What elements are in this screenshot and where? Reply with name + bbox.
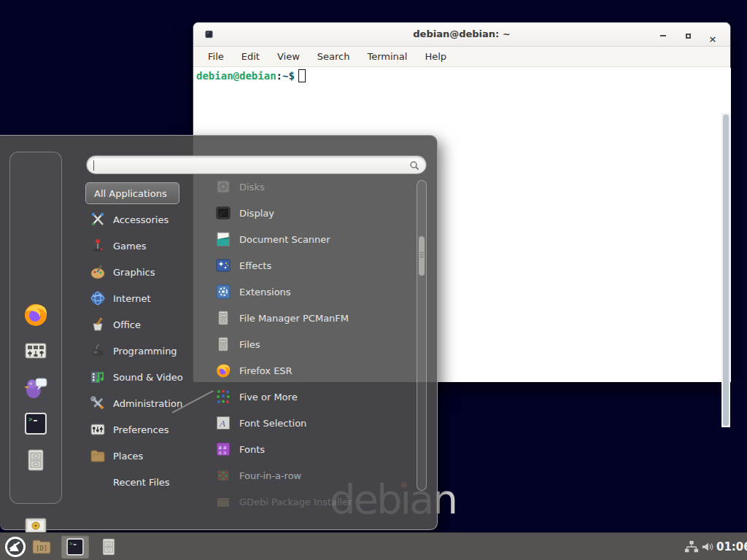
svg-text:A: A [219, 418, 225, 429]
favorite-firefox-button[interactable] [13, 298, 58, 330]
prompt-user-host: debian@debian [196, 70, 276, 82]
menu-search-box [86, 155, 427, 174]
application-list: Disks Display Document Scanner Effects E… [212, 174, 410, 515]
app-display[interactable]: Display [212, 200, 410, 226]
programming-icon [90, 343, 106, 359]
category-preferences[interactable]: Preferences [85, 416, 211, 443]
app-five-or-more[interactable]: Five or More [212, 384, 410, 410]
clock[interactable]: 01:06 [716, 540, 747, 553]
category-places[interactable]: Places [85, 443, 211, 469]
extensions-gear-icon [215, 284, 231, 300]
maximize-button[interactable] [681, 31, 695, 42]
recent-files-spacer [90, 474, 106, 490]
accessories-icon [90, 211, 106, 228]
menu-file[interactable]: File [201, 49, 231, 64]
terminal-scrollbar-thumb[interactable] [723, 114, 729, 426]
document-scanner-icon [215, 231, 231, 247]
effects-icon [215, 257, 231, 273]
five-or-more-icon [215, 389, 231, 405]
app-document-scanner[interactable]: Document Scanner [212, 226, 410, 252]
terminal-scrollbar[interactable] [721, 113, 730, 427]
file-cabinet-icon [215, 310, 231, 326]
volume-icon [700, 540, 715, 554]
menu-edit[interactable]: Edit [234, 49, 267, 64]
minimize-button[interactable] [656, 31, 670, 42]
sound-video-icon [90, 369, 106, 385]
network-status[interactable] [683, 535, 700, 559]
search-icon [409, 160, 420, 171]
menu-search[interactable]: Search [310, 49, 357, 64]
places-folder-icon [90, 448, 106, 464]
search-input[interactable] [94, 158, 400, 172]
category-administration[interactable]: Administration [85, 390, 211, 416]
pidgin-icon [23, 374, 49, 400]
search-caret [93, 160, 94, 171]
app-firefox-esr[interactable]: Firefox ESR [212, 357, 410, 384]
menu-logo-icon [4, 536, 26, 558]
firefox-icon [215, 362, 231, 378]
file-cabinet-icon [23, 447, 49, 473]
prompt-colon: : [276, 70, 282, 82]
terminal-icon: > [23, 411, 49, 437]
font-selection-icon: A [215, 415, 231, 431]
menu-view[interactable]: View [270, 49, 307, 64]
menu-help[interactable]: Help [417, 49, 454, 64]
app-file-manager-pcmanfm[interactable]: File Manager PCManFM [212, 305, 410, 331]
terminal-menubar: File Edit View Search Terminal Help [193, 47, 730, 67]
window-title: debian@debian: ~ [193, 28, 730, 39]
terminal-titlebar[interactable]: debian@debian: ~ × [193, 23, 730, 47]
menu-scrollbar[interactable] [417, 180, 427, 491]
gdebi-icon [215, 494, 231, 510]
games-icon [90, 238, 106, 254]
menu-button[interactable] [3, 535, 28, 559]
app-disks[interactable]: Disks [212, 174, 410, 200]
category-accessories[interactable]: Accessories [85, 206, 211, 233]
file-cabinet-icon [98, 537, 119, 557]
menu-scrollbar-thumb[interactable] [419, 236, 425, 276]
category-office[interactable]: Office [85, 311, 211, 338]
terminal-icon: > [65, 537, 85, 557]
four-in-a-row-icon [215, 467, 231, 483]
favorite-file-manager-button[interactable] [13, 444, 58, 476]
prompt-path: ~$ [282, 70, 295, 82]
app-effects[interactable]: Effects [212, 252, 410, 279]
favorite-pidgin-button[interactable] [13, 371, 58, 403]
app-fonts[interactable]: a aa a Fonts [212, 436, 410, 462]
category-programming[interactable]: Programming [85, 338, 211, 364]
menu-terminal[interactable]: Terminal [360, 49, 414, 64]
network-icon [684, 540, 699, 554]
display-icon [215, 205, 231, 221]
app-font-selection[interactable]: A Font Selection [212, 410, 410, 436]
favorite-control-center-button[interactable] [13, 335, 58, 367]
disks-icon [215, 179, 231, 195]
internet-globe-icon [90, 290, 106, 306]
firefox-icon [23, 301, 49, 327]
app-gdebi-package-installer[interactable]: GDebi Package Installer [212, 489, 410, 515]
taskbar-terminal-active[interactable]: > [61, 535, 89, 559]
app-four-in-a-row[interactable]: Four-in-a-row [212, 462, 410, 489]
all-applications-label: All Applications [94, 188, 167, 199]
category-graphics[interactable]: Graphics [85, 259, 211, 285]
fonts-icon: a aa a [215, 441, 231, 457]
desktop-folder-launcher[interactable]: [D] [29, 535, 54, 559]
all-applications-button[interactable]: All Applications [85, 182, 179, 204]
category-recent-files[interactable]: Recent Files [85, 469, 211, 495]
category-games[interactable]: Games [85, 233, 211, 259]
category-sound-video[interactable]: Sound & Video [85, 364, 211, 390]
application-menu: > All Applications Accessories Games Gra… [0, 135, 438, 530]
taskbar-file-manager[interactable] [96, 535, 121, 559]
app-extensions[interactable]: Extensions [212, 279, 410, 305]
svg-text:[D]: [D] [36, 545, 47, 552]
category-list: Accessories Games Graphics Internet Offi… [85, 206, 211, 495]
app-files[interactable]: Files [212, 331, 410, 357]
favorite-terminal-button[interactable]: > [13, 408, 58, 440]
preferences-icon [90, 421, 106, 438]
close-button[interactable]: × [705, 31, 720, 42]
svg-text:a a: a a [219, 450, 227, 456]
category-internet[interactable]: Internet [85, 285, 211, 311]
volume-control[interactable] [699, 535, 716, 559]
file-cabinet-icon [215, 336, 231, 352]
administration-tools-icon [90, 395, 106, 411]
graphics-icon [90, 264, 106, 280]
control-center-icon [23, 338, 49, 364]
